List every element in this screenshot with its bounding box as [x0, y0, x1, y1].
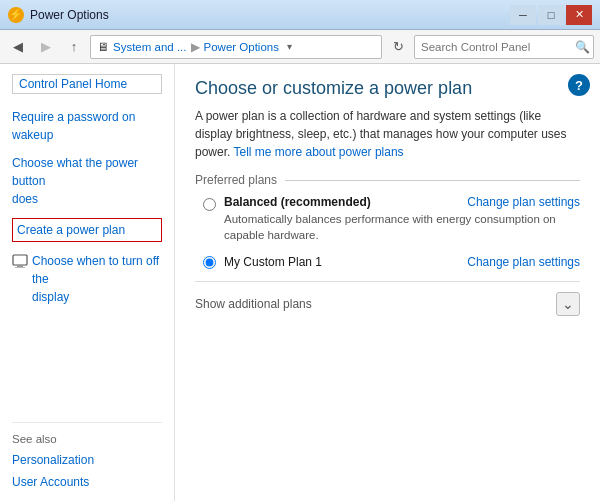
refresh-button[interactable]: ↻ — [386, 35, 410, 59]
sidebar: Control Panel Home Require a password on… — [0, 64, 175, 501]
custom-plan-change-link[interactable]: Change plan settings — [467, 255, 580, 269]
svg-rect-0 — [13, 255, 27, 265]
main-area: Control Panel Home Require a password on… — [0, 64, 600, 501]
content-panel: ? Choose or customize a power plan A pow… — [175, 64, 600, 501]
custom-plan-name: My Custom Plan 1 — [224, 255, 322, 269]
show-additional-plans[interactable]: Show additional plans ⌄ — [195, 281, 580, 316]
power-plans-link[interactable]: Tell me more about power plans — [233, 145, 403, 159]
minimize-button[interactable]: ─ — [510, 5, 536, 25]
breadcrumb-part2-link[interactable]: Power Options — [204, 41, 279, 53]
page-title: Choose or customize a power plan — [195, 78, 580, 99]
title-bar: ⚡ Power Options ─ □ ✕ — [0, 0, 600, 30]
title-bar-left: ⚡ Power Options — [8, 7, 109, 23]
sidebar-item-display[interactable]: Choose when to turn off the display — [12, 252, 162, 306]
breadcrumb-icon: 🖥 — [97, 41, 109, 53]
breadcrumb-dropdown-icon[interactable]: ▾ — [287, 41, 292, 52]
balanced-plan-item: Balanced (recommended) Change plan setti… — [195, 195, 580, 243]
breadcrumb-part1-link[interactable]: System and ... — [113, 41, 187, 53]
svg-rect-2 — [15, 267, 25, 268]
app-icon: ⚡ — [8, 7, 24, 23]
show-additional-text: Show additional plans — [195, 297, 556, 311]
breadcrumb-sep: ▶ — [191, 40, 200, 54]
custom-plan-item: My Custom Plan 1 Change plan settings — [195, 255, 580, 269]
sidebar-item-create-plan[interactable]: Create a power plan — [12, 218, 162, 242]
close-button[interactable]: ✕ — [566, 5, 592, 25]
balanced-plan-details: Balanced (recommended) Change plan setti… — [224, 195, 580, 243]
back-button[interactable]: ◀ — [6, 35, 30, 59]
forward-button[interactable]: ▶ — [34, 35, 58, 59]
svg-rect-1 — [17, 265, 23, 267]
sidebar-item-password[interactable]: Require a password on wakeup — [12, 108, 162, 144]
balanced-plan-change-link[interactable]: Change plan settings — [467, 195, 580, 209]
sidebar-footer: See also Personalization User Accounts — [12, 422, 162, 491]
window-title: Power Options — [30, 8, 109, 22]
nav-bar: ◀ ▶ ↑ 🖥 System and ... ▶ Power Options ▾… — [0, 30, 600, 64]
see-also-label: See also — [12, 433, 162, 445]
search-icon-button[interactable]: 🔍 — [575, 40, 590, 54]
breadcrumb: 🖥 System and ... ▶ Power Options ▾ — [90, 35, 382, 59]
show-additional-chevron-icon[interactable]: ⌄ — [556, 292, 580, 316]
sidebar-item-personalization[interactable]: Personalization — [12, 451, 162, 469]
sidebar-item-power-button[interactable]: Choose what the power button does — [12, 154, 162, 208]
sidebar-item-home[interactable]: Control Panel Home — [12, 74, 162, 94]
balanced-plan-radio[interactable] — [203, 198, 216, 211]
custom-plan-radio[interactable] — [203, 256, 216, 269]
sidebar-item-user-accounts[interactable]: User Accounts — [12, 473, 162, 491]
balanced-plan-name: Balanced (recommended) — [224, 195, 371, 209]
up-button[interactable]: ↑ — [62, 35, 86, 59]
content-description: A power plan is a collection of hardware… — [195, 107, 580, 161]
preferred-plans-label: Preferred plans — [195, 173, 580, 187]
window-controls: ─ □ ✕ — [510, 5, 592, 25]
balanced-plan-desc: Automatically balances performance with … — [224, 211, 580, 243]
search-wrapper: 🔍 — [414, 35, 594, 59]
display-icon — [12, 253, 28, 269]
help-icon[interactable]: ? — [568, 74, 590, 96]
maximize-button[interactable]: □ — [538, 5, 564, 25]
search-input[interactable] — [414, 35, 594, 59]
